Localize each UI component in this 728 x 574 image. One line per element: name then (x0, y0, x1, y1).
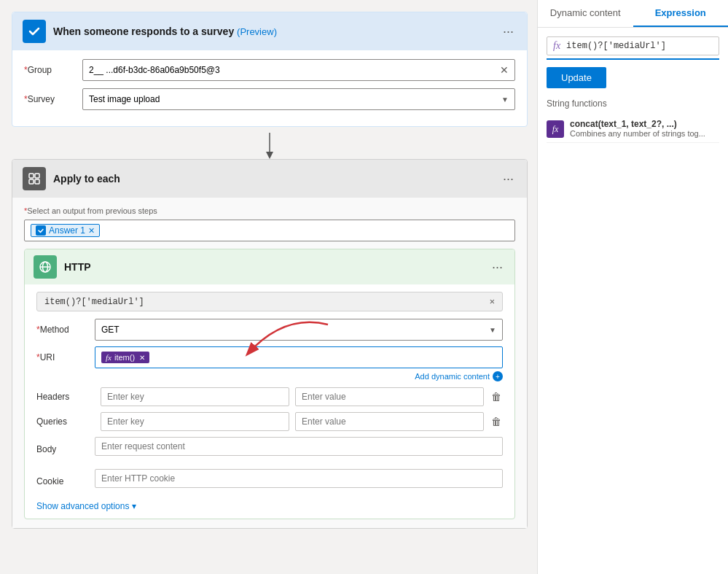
http-title: HTTP (64, 261, 91, 273)
cookie-input[interactable] (95, 469, 503, 488)
group-field-row: *Group 2__ ...d6f-b3dc-86a06a9b50f5@3 ✕ (24, 59, 515, 81)
survey-chevron-icon: ▼ (501, 96, 509, 104)
body-label: Body (36, 444, 95, 454)
svg-rect-5 (35, 179, 39, 184)
plus-badge-icon: + (493, 371, 503, 381)
uri-input[interactable]: fx item() ✕ (95, 346, 503, 368)
survey-field-row: *Survey Test image upload ▼ (24, 88, 515, 110)
apply-title: Apply to each (53, 173, 120, 185)
svg-marker-1 (266, 152, 273, 159)
http-ellipsis-button[interactable]: ··· (489, 259, 506, 275)
select-output-label: *Select an output from previous steps (24, 206, 515, 215)
queries-label: Queries (36, 416, 95, 427)
trigger-icon (23, 20, 46, 43)
uri-fx-tag: fx item() ✕ (101, 352, 149, 363)
apply-ellipsis-button[interactable]: ··· (500, 171, 517, 187)
queries-row: Queries 🗑 (36, 412, 503, 431)
apply-header: Apply to each ··· (12, 160, 527, 198)
apply-icon (23, 167, 46, 190)
http-header-left: HTTP (34, 255, 91, 279)
http-body: item()?['mediaUrl'] ✕ *Method GET ▼ (25, 284, 514, 519)
survey-dropdown[interactable]: Test image upload ▼ (82, 88, 515, 110)
cookie-label: Cookie (36, 476, 95, 486)
answer-tag: Answer 1 ✕ (31, 224, 100, 237)
body-input[interactable] (95, 437, 503, 456)
method-row: *Method GET ▼ (36, 319, 503, 341)
expression-underline (547, 58, 719, 60)
expression-value[interactable]: item()?['mediaUrl'] (566, 41, 713, 51)
apply-card: Apply to each ··· *Select an output from… (12, 159, 528, 529)
show-advanced-chevron-icon: ▾ (132, 501, 136, 511)
headers-row: Headers 🗑 (36, 387, 503, 406)
arrow-connector-1 (12, 133, 528, 159)
tab-expression[interactable]: Expression (633, 0, 729, 27)
queries-key-input[interactable] (101, 412, 289, 431)
show-advanced-options[interactable]: Show advanced options ▾ (36, 501, 503, 511)
function-name[interactable]: concat(text_1, text_2?, ...) (570, 119, 705, 129)
survey-label: *Survey (24, 94, 82, 104)
fx-symbol: fx (106, 353, 111, 362)
uri-row: *URI fx item() ✕ (36, 346, 503, 368)
method-label: *Method (36, 325, 95, 335)
side-panel-body: fx item()?['mediaUrl'] Update String fun… (538, 28, 728, 152)
side-panel-tabs: Dynamic content Expression (538, 0, 728, 28)
headers-delete-button[interactable]: 🗑 (490, 389, 503, 404)
uri-tag-remove[interactable]: ✕ (139, 354, 145, 362)
expression-fx-icon: fx (553, 40, 560, 52)
method-dropdown[interactable]: GET ▼ (95, 319, 503, 341)
function-info: concat(text_1, text_2?, ...) Combines an… (570, 119, 705, 138)
string-functions-label: String functions (547, 98, 719, 109)
tag-input[interactable]: Answer 1 ✕ (24, 220, 515, 241)
function-desc: Combines any number of strings tog... (570, 129, 705, 138)
headers-key-input[interactable] (101, 387, 289, 406)
http-icon (34, 255, 57, 279)
apply-header-left: Apply to each (23, 167, 120, 190)
item-bar: item()?['mediaUrl'] ✕ (36, 292, 503, 311)
trigger-card-header: When someone responds to a survey (Previ… (12, 12, 527, 50)
main-canvas: When someone responds to a survey (Previ… (0, 0, 539, 574)
headers-value-input[interactable] (295, 387, 484, 406)
uri-label: *URI (36, 352, 95, 362)
cookie-row: Cookie (36, 469, 503, 494)
svg-rect-4 (29, 179, 34, 184)
method-chevron-icon: ▼ (489, 326, 496, 334)
function-item: fx concat(text_1, text_2?, ...) Combines… (547, 115, 719, 143)
group-clear-button[interactable]: ✕ (500, 64, 509, 76)
group-value[interactable]: 2__ ...d6f-b3dc-86a06a9b50f5@3 ✕ (82, 59, 515, 81)
apply-body: *Select an output from previous steps An… (12, 198, 527, 528)
trigger-card-body: *Group 2__ ...d6f-b3dc-86a06a9b50f5@3 ✕ … (12, 50, 527, 126)
tag-icon (36, 225, 46, 236)
trigger-title: When someone responds to a survey (Previ… (53, 26, 277, 37)
expression-input-row: fx item()?['mediaUrl'] (547, 36, 719, 55)
function-fx-icon: fx (547, 120, 564, 138)
svg-rect-3 (35, 174, 39, 178)
http-card: HTTP ··· item()?['mediaUrl'] ✕ *Method (24, 249, 515, 519)
body-row: Body (36, 437, 503, 462)
trigger-header-left: When someone responds to a survey (Previ… (23, 20, 277, 43)
preview-label: (Preview) (237, 26, 277, 37)
tab-dynamic-content[interactable]: Dynamic content (538, 0, 633, 27)
queries-value-input[interactable] (295, 412, 484, 431)
http-header: HTTP ··· (25, 249, 514, 284)
side-panel: Dynamic content Expression fx item()?['m… (537, 0, 728, 574)
headers-label: Headers (36, 392, 95, 402)
add-dynamic-content[interactable]: Add dynamic content + (36, 371, 503, 381)
queries-delete-button[interactable]: 🗑 (490, 414, 503, 429)
group-label: *Group (24, 65, 82, 75)
trigger-ellipsis-button[interactable]: ··· (500, 23, 517, 39)
svg-rect-2 (29, 174, 34, 178)
trigger-card: When someone responds to a survey (Previ… (12, 12, 528, 127)
tag-remove-button[interactable]: ✕ (88, 226, 95, 236)
item-bar-close[interactable]: ✕ (490, 296, 495, 307)
update-button[interactable]: Update (547, 67, 606, 88)
